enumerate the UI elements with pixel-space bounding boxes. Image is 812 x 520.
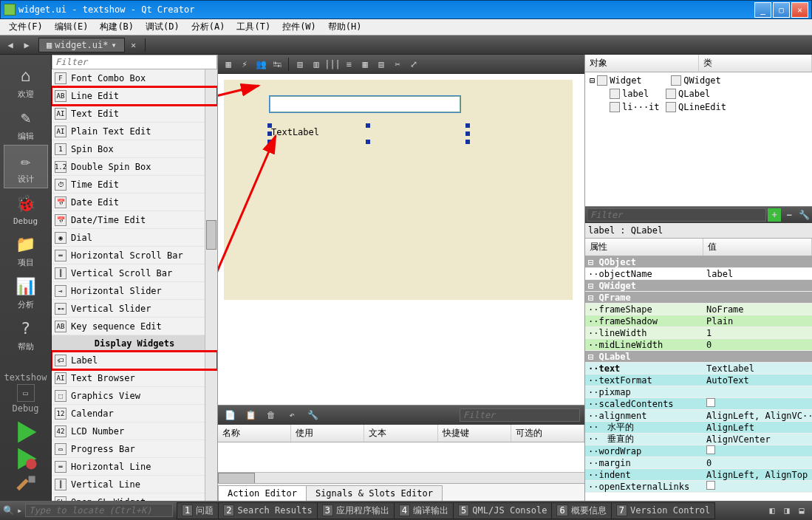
output-pane-4[interactable]: 4编译输出 [394, 502, 454, 519]
prop-row[interactable]: ⊟ QWidget [585, 280, 812, 292]
locator-collapse-icon[interactable]: ▸ [17, 505, 22, 516]
palette-category[interactable]: Display Widgets [52, 335, 217, 352]
palette-filter-input[interactable] [52, 55, 217, 69]
action-hscroll-thumb[interactable] [218, 473, 255, 483]
close-button[interactable]: ✕ [791, 2, 808, 18]
output-pane-7[interactable]: 7Version Control [611, 502, 716, 519]
copy-action-icon[interactable]: 📋 [243, 408, 258, 422]
palette-list[interactable]: FFont Combo BoxABLine EditAIText EditAIP… [52, 69, 217, 501]
wrench-icon[interactable]: 🔧 [305, 408, 320, 422]
palette-item-open-gl-widget[interactable]: GLOpen GL Widget [52, 493, 217, 501]
kit-selector[interactable]: textshow ▭ Debug [5, 369, 47, 417]
edit-tab-order-icon[interactable]: ⭾ [270, 57, 284, 72]
palette-item-graphics-view[interactable]: ⬚Graphics View [52, 387, 217, 405]
form-canvas[interactable]: TextLabel [218, 74, 584, 405]
lineedit-widget[interactable] [270, 96, 460, 112]
menu-help[interactable]: 帮助(H) [322, 19, 368, 35]
property-filter-input[interactable] [587, 208, 766, 222]
nav-fwd-icon[interactable]: ▶ [19, 38, 34, 52]
checkbox-icon[interactable] [706, 445, 715, 454]
prop-row[interactable]: ··alignmentAlignLeft, AlignVC··· [585, 410, 812, 422]
nav-back-icon[interactable]: ◀ [3, 38, 18, 52]
oi-row[interactable]: ⊟ WidgetQWidget [587, 74, 811, 87]
oi-row[interactable]: labelQLabel [587, 87, 811, 100]
mode-编辑[interactable]: ✎编辑 [4, 103, 48, 145]
toggle-bottom-icon[interactable]: ⬓ [794, 503, 809, 518]
maximize-button[interactable]: ▢ [773, 2, 790, 18]
prop-row[interactable]: ··openExternalLinks [585, 481, 812, 493]
tab-signals-slots[interactable]: Signals & Slots Editor [306, 485, 443, 501]
palette-item-line-edit[interactable]: ABLine Edit [52, 87, 217, 105]
layout-form-icon[interactable]: ▤ [374, 57, 389, 72]
prop-row[interactable]: ··wordWrap [585, 445, 812, 457]
document-tab[interactable]: ▦ widget.ui* ▾ [38, 38, 125, 52]
tab-action-editor[interactable]: Action Editor [218, 485, 307, 501]
palette-item-plain-text-edit[interactable]: AIPlain Text Edit [52, 123, 217, 140]
prop-row[interactable]: ⊟ QFrame [585, 292, 812, 304]
toggle-left-icon[interactable]: ◧ [765, 503, 779, 518]
prop-row[interactable]: ··margin0 [585, 457, 812, 469]
layout-v-icon[interactable]: ▥ [309, 57, 324, 72]
prop-row[interactable]: ··textTextLabel [585, 363, 812, 374]
palette-item-calendar[interactable]: 12Calendar [52, 405, 217, 422]
prop-row[interactable]: ··objectNamelabel [585, 268, 812, 280]
property-table[interactable]: ⊟ QObject··objectNamelabel⊟ QWidget⊟ QFr… [585, 256, 812, 501]
mode-欢迎[interactable]: ⌂欢迎 [4, 61, 48, 103]
palette-item-lcd-number[interactable]: 42LCD Number [52, 422, 217, 440]
menu-analyze[interactable]: 分析(A) [185, 19, 231, 35]
new-action-icon[interactable]: 📄 [222, 408, 237, 422]
output-pane-3[interactable]: 3应用程序输出 [317, 502, 395, 519]
menu-file[interactable]: 文件(F) [3, 19, 49, 35]
mode-设计[interactable]: ✏设计 [4, 145, 48, 188]
action-filter-input[interactable] [460, 408, 580, 422]
run-debug-button[interactable] [13, 448, 39, 470]
palette-item-date/time-edit[interactable]: 📅Date/Time Edit [52, 211, 217, 229]
prop-row[interactable]: ⊟ QObject [585, 256, 812, 268]
prop-row[interactable]: ·· 水平的AlignLeft [585, 422, 812, 434]
prop-row[interactable]: ·· 垂直的AlignVCenter [585, 434, 812, 445]
menu-widgets[interactable]: 控件(W) [276, 19, 322, 35]
prop-row[interactable]: ··scaledContents [585, 398, 812, 410]
object-inspector[interactable]: 对象 类 ⊟ WidgetQWidgetlabelQLabelli···itQL… [585, 55, 812, 207]
palette-item-key-sequence-edit[interactable]: ABKey sequence Edit [52, 318, 217, 335]
palette-item-double-spin-box[interactable]: 1.2Double Spin Box [52, 158, 217, 176]
build-button[interactable] [13, 474, 39, 496]
config-prop-icon[interactable]: 🔧 [797, 208, 811, 222]
palette-item-text-edit[interactable]: AIText Edit [52, 105, 217, 123]
layout-h-icon[interactable]: ▤ [293, 57, 307, 72]
dropdown-icon[interactable]: ▾ [111, 40, 116, 50]
oi-row[interactable]: li···itQLineEdit [587, 100, 811, 114]
layout-v-split-icon[interactable]: ≡ [341, 57, 356, 72]
mode-Debug[interactable]: 🐞Debug [4, 188, 48, 229]
mode-帮助[interactable]: ?帮助 [4, 313, 48, 355]
menu-build[interactable]: 构建(B) [94, 19, 140, 35]
layout-h-split-icon[interactable]: ||| [325, 57, 340, 72]
form-widget[interactable]: TextLabel [224, 80, 573, 300]
menu-debug[interactable]: 调试(D) [140, 19, 185, 35]
palette-item-progress-bar[interactable]: ▭Progress Bar [52, 440, 217, 458]
palette-item-time-edit[interactable]: ⏱Time Edit [52, 176, 217, 194]
palette-item-vertical-slider[interactable]: ⊷Vertical Slider [52, 300, 217, 318]
toggle-right-icon[interactable]: ◨ [779, 503, 794, 518]
palette-item-horizontal-line[interactable]: ═Horizontal Line [52, 458, 217, 476]
close-doc-icon[interactable]: ✕ [126, 38, 141, 52]
prop-row[interactable]: ··midLineWidth0 [585, 339, 812, 351]
menu-tools[interactable]: 工具(T) [231, 19, 276, 35]
edit-signals-icon[interactable]: ⚡ [237, 57, 252, 72]
output-pane-1[interactable]: 1问题 [177, 502, 219, 519]
output-pane-6[interactable]: 6概要信息 [551, 502, 611, 519]
menu-edit[interactable]: 编辑(E) [49, 19, 95, 35]
output-pane-5[interactable]: 5QML/JS Console [453, 502, 552, 519]
break-layout-icon[interactable]: ✂ [390, 57, 405, 72]
palette-item-horizontal-scroll-bar[interactable]: ═Horizontal Scroll Bar [52, 247, 217, 264]
delete-action-icon[interactable]: 🗑 [264, 408, 279, 422]
palette-item-horizontal-slider[interactable]: ⊸Horizontal Slider [52, 282, 217, 300]
edit-buddies-icon[interactable]: 👥 [253, 57, 268, 72]
palette-item-vertical-scroll-bar[interactable]: ║Vertical Scroll Bar [52, 264, 217, 282]
locator-input[interactable] [25, 504, 173, 517]
prop-row[interactable]: ··lineWidth1 [585, 327, 812, 339]
run-button[interactable] [13, 421, 39, 443]
palette-item-vertical-line[interactable]: ║Vertical Line [52, 476, 217, 493]
prop-row[interactable]: ⊟ QLabel [585, 351, 812, 363]
back-action-icon[interactable]: ↶ [284, 408, 299, 422]
